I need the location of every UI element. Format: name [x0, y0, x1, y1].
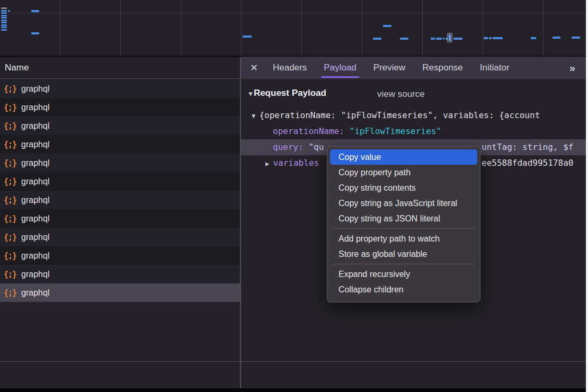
timeline-bar [493, 37, 503, 39]
timeline-bar [484, 37, 488, 39]
payload-key: variables [273, 158, 319, 168]
timeline-bar [31, 32, 39, 34]
object-preview-text: {operationName: "ipFlowTimeseries", vari… [259, 110, 540, 120]
network-overview[interactable] [0, 0, 586, 56]
payload-row[interactable]: ▼ {operationName: "ipFlowTimeseries", va… [241, 108, 586, 123]
timeline-bar [400, 38, 408, 40]
devtools-window: Name {;}graphql{;}graphql{;}graphql{;}gr… [0, 0, 588, 392]
timeline-bar [489, 37, 492, 39]
request-name: graphql [21, 270, 49, 279]
request-name: graphql [21, 177, 49, 186]
request-name: graphql [21, 195, 49, 205]
expander-icon[interactable]: ▶ [265, 160, 273, 167]
name-column-header[interactable]: Name [0, 57, 240, 79]
timeline-bar [453, 38, 462, 40]
timeline-gridline [362, 0, 362, 56]
timeline-bar [1, 10, 7, 12]
timeline-bar [1, 29, 7, 31]
json-braces-icon: {;} [4, 140, 16, 149]
timeline-bar [1, 20, 7, 21]
request-name: graphql [21, 214, 49, 224]
timeline-bar [1, 24, 7, 26]
table-row[interactable]: {;}graphql [0, 79, 240, 98]
json-braces-icon: {;} [4, 233, 16, 242]
tab-headers[interactable]: Headers [264, 57, 315, 79]
menu-item-copy-string-contents[interactable]: Copy string contents [330, 180, 477, 195]
timeline-bar [31, 10, 39, 12]
menu-item-copy-value[interactable]: Copy value [330, 149, 477, 165]
table-row[interactable]: {;}graphql [0, 135, 240, 154]
timeline-gridline [483, 0, 483, 56]
table-row[interactable]: {;}graphql [0, 283, 240, 302]
window-right-edge [586, 0, 588, 392]
timeline-gridline [120, 0, 121, 56]
menu-separator [333, 228, 475, 229]
timeline-bar [243, 35, 252, 38]
name-column-label: Name [5, 63, 29, 73]
spacer [344, 126, 350, 136]
timeline-bar [373, 38, 381, 40]
tab-payload[interactable]: Payload [315, 57, 364, 79]
timeline-gridline [60, 0, 60, 56]
view-source-link[interactable]: view source [377, 89, 425, 100]
close-icon[interactable]: ✕ [250, 62, 258, 74]
timeline-bar [1, 15, 7, 16]
tab-preview[interactable]: Preview [365, 57, 414, 79]
menu-item-copy-string-as-javascript-literal[interactable]: Copy string as JavaScript literal [330, 195, 477, 211]
timeline-gridline [301, 0, 302, 56]
menu-item-expand-recursively[interactable]: Expand recursively [330, 266, 477, 282]
table-row[interactable]: {;}graphql [0, 117, 240, 135]
menu-item-collapse-children[interactable]: Collapse children [330, 282, 477, 297]
tab-initiator[interactable]: Initiator [471, 57, 518, 79]
json-braces-icon: {;} [4, 103, 16, 112]
section-title: Request Payload [254, 88, 326, 98]
table-row[interactable]: {;}graphql [0, 209, 240, 228]
menu-item-copy-string-as-json-literal[interactable]: Copy string as JSON literal [330, 211, 477, 226]
timeline-bar [383, 25, 391, 27]
request-name: graphql [21, 84, 49, 94]
timeline-bar [8, 10, 10, 12]
json-braces-icon: {;} [4, 121, 16, 131]
context-menu: Copy valueCopy property pathCopy string … [327, 146, 480, 302]
table-row[interactable]: {;}graphql [0, 265, 240, 283]
timeline-gridline [181, 0, 181, 56]
table-row[interactable]: {;}graphql [0, 228, 240, 246]
timeline-bar [553, 37, 560, 39]
expander-icon[interactable]: ▼ [252, 112, 259, 120]
menu-item-copy-property-path[interactable]: Copy property path [330, 165, 477, 180]
timeline-gridline [543, 0, 544, 56]
payload-value-fragment: ee5588fdad995178a0 [482, 155, 573, 171]
menu-item-store-as-global-variable[interactable]: Store as global variable [330, 246, 477, 262]
table-row[interactable]: {;}graphql [0, 154, 240, 172]
timeline-gridline [422, 0, 423, 56]
timeline-gridline [241, 0, 242, 56]
json-braces-icon: {;} [4, 270, 16, 279]
json-braces-icon: {;} [4, 214, 16, 224]
timeline-bar [443, 38, 444, 40]
timeline-bar [1, 22, 7, 23]
payload-key: operationName: [273, 126, 344, 136]
table-row[interactable]: {;}graphql [0, 246, 240, 265]
request-name: graphql [21, 251, 49, 261]
overview-baseline [0, 13, 586, 13]
payload-key: query: [273, 142, 304, 152]
timeline-marker-tick [449, 34, 451, 41]
request-name: graphql [21, 288, 49, 298]
section-disclosure-icon[interactable]: ▼ [247, 90, 254, 97]
table-row[interactable]: {;}graphql [0, 191, 240, 209]
bottom-separator [0, 361, 586, 362]
tab-response[interactable]: Response [414, 57, 471, 79]
table-row[interactable]: {;}graphql [0, 98, 240, 117]
more-tabs-icon[interactable]: » [569, 62, 575, 74]
spacer [304, 142, 309, 152]
request-name: graphql [21, 158, 49, 168]
timeline-bar [1, 26, 7, 28]
table-row[interactable]: {;}graphql [0, 172, 240, 191]
payload-row[interactable]: operationName: "ipFlowTimeseries" [241, 123, 586, 139]
timeline-bar [1, 17, 7, 19]
timeline-bar [531, 37, 536, 39]
json-braces-icon: {;} [4, 84, 16, 94]
timeline-bar [436, 38, 442, 40]
menu-item-add-property-path-to-watch[interactable]: Add property path to watch [330, 231, 477, 246]
request-payload-header[interactable]: ▼Request Payload [247, 88, 326, 99]
